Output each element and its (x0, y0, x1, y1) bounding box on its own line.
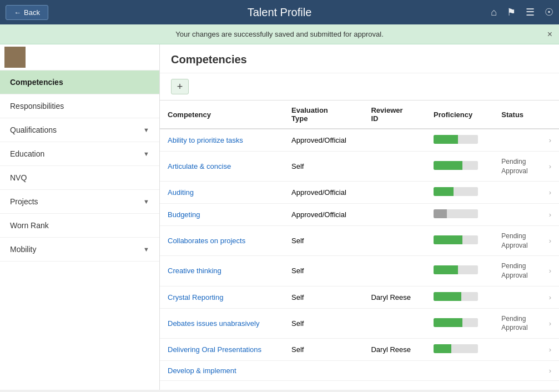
competency-name[interactable]: Ability to prioritize tasks (160, 129, 284, 152)
reviewer-id (363, 360, 426, 380)
status-cell: Pending Approval (493, 308, 541, 338)
status-cell (493, 338, 541, 360)
sidebar-item-education[interactable]: Education ▼ (0, 142, 159, 166)
competency-name[interactable]: Develop & implement (160, 360, 284, 380)
proficiency-bar (426, 308, 493, 338)
user-circle-icon[interactable]: ☉ (545, 6, 553, 18)
competency-name[interactable]: Collaborates on projects (160, 226, 284, 256)
flag-icon[interactable]: ⚑ (507, 6, 516, 18)
proficiency-bar (426, 204, 493, 226)
notification-close-button[interactable]: × (547, 29, 552, 39)
row-arrow[interactable]: › (541, 360, 559, 380)
sidebar-item-label: NVQ (10, 173, 27, 182)
table-row: Collaborates on projectsSelfPending Appr… (160, 226, 559, 256)
add-competency-button[interactable]: + (171, 79, 189, 94)
eval-type: Self (284, 338, 363, 360)
notification-bar: Your changes are successfully saved and … (0, 24, 559, 44)
reviewer-id (363, 182, 426, 204)
col-header-competency: Competency (160, 100, 284, 129)
page-title: Talent Profile (248, 6, 312, 19)
reviewer-id: Daryl Reese (363, 338, 426, 360)
sidebar-item-mobility[interactable]: Mobility ▼ (0, 238, 159, 262)
status-cell (493, 204, 541, 226)
proficiency-bar (426, 182, 493, 204)
reviewer-id (363, 204, 426, 226)
notification-message: Your changes are successfully saved and … (175, 30, 384, 38)
chevron-down-icon: ▼ (143, 150, 149, 157)
status-cell: Pending Approval (493, 226, 541, 256)
row-arrow[interactable]: › (541, 256, 559, 286)
sidebar-item-nvq[interactable]: NVQ (0, 166, 159, 190)
competency-name[interactable]: Auditing (160, 182, 284, 204)
eval-type: Approved/Official (284, 204, 363, 226)
competency-name[interactable]: Debates issues unabrasively (160, 308, 284, 338)
eval-type: Self (284, 286, 363, 308)
app-header: ← Back Talent Profile ⌂ ⚑ ☰ ☉ (0, 0, 559, 24)
proficiency-bar (426, 286, 493, 308)
proficiency-bar (426, 256, 493, 286)
home-icon[interactable]: ⌂ (491, 7, 497, 18)
table-row: BudgetingApproved/Official› (160, 204, 559, 226)
col-header-proficiency: Proficiency (426, 100, 493, 129)
main-container: Competencies Responsibilities Qualificat… (0, 44, 559, 390)
sidebar-item-competencies[interactable]: Competencies (0, 71, 159, 94)
row-arrow[interactable]: › (541, 308, 559, 338)
row-arrow[interactable]: › (541, 286, 559, 308)
add-bar: + (160, 73, 559, 100)
status-cell (493, 129, 541, 152)
menu-icon[interactable]: ☰ (526, 6, 535, 18)
status-cell: Pending Approval (493, 152, 541, 182)
chevron-down-icon: ▼ (143, 127, 149, 133)
col-header-reviewer-id: ReviewerID (363, 100, 426, 129)
row-arrow[interactable]: › (541, 226, 559, 256)
competency-name[interactable]: Crystal Reporting (160, 286, 284, 308)
status-cell (493, 286, 541, 308)
competency-name[interactable]: Articulate & concise (160, 152, 284, 182)
row-arrow[interactable]: › (541, 338, 559, 360)
row-arrow[interactable]: › (541, 204, 559, 226)
sidebar-item-label: Projects (10, 197, 38, 206)
sidebar-item-label: Responsibilities (10, 102, 64, 110)
status-cell: Pending Approval (493, 256, 541, 286)
back-label: Back (24, 8, 40, 17)
back-button[interactable]: ← Back (6, 5, 48, 20)
eval-type: Approved/Official (284, 182, 363, 204)
competency-name[interactable]: Budgeting (160, 204, 284, 226)
sidebar-item-qualifications[interactable]: Qualifications ▼ (0, 118, 159, 142)
content-area: Competencies + Competency EvaluationType… (160, 44, 559, 390)
competency-name[interactable]: Delivering Oral Presentations (160, 338, 284, 360)
proficiency-bar (426, 152, 493, 182)
row-arrow[interactable]: › (541, 182, 559, 204)
chevron-down-icon: ▼ (143, 198, 149, 205)
sidebar-item-label: Worn Rank (10, 221, 49, 230)
proficiency-bar (426, 360, 493, 380)
chevron-down-icon: ▼ (143, 246, 149, 253)
competencies-table: Competency EvaluationType ReviewerID Pro… (160, 100, 559, 381)
header-icon-group: ⌂ ⚑ ☰ ☉ (491, 6, 553, 18)
reviewer-id (363, 308, 426, 338)
eval-type (284, 360, 363, 380)
col-header-action (541, 100, 559, 129)
proficiency-bar (426, 226, 493, 256)
sidebar-item-label: Qualifications (10, 125, 57, 134)
status-cell (493, 360, 541, 380)
sidebar-item-responsibilities[interactable]: Responsibilities (0, 94, 159, 118)
eval-type: Approved/Official (284, 129, 363, 152)
status-cell (493, 182, 541, 204)
sidebar-item-worn-rank[interactable]: Worn Rank (0, 214, 159, 238)
col-header-status: Status (493, 100, 541, 129)
competency-name[interactable]: Creative thinking (160, 256, 284, 286)
row-arrow[interactable]: › (541, 129, 559, 152)
sidebar-item-label: Competencies (10, 78, 63, 87)
sidebar: Competencies Responsibilities Qualificat… (0, 44, 160, 390)
content-title: Competencies (160, 44, 559, 73)
sidebar-item-projects[interactable]: Projects ▼ (0, 190, 159, 214)
eval-type: Self (284, 308, 363, 338)
eval-type: Self (284, 226, 363, 256)
row-arrow[interactable]: › (541, 152, 559, 182)
eval-type: Self (284, 152, 363, 182)
col-header-eval-type: EvaluationType (284, 100, 363, 129)
avatar-area (0, 44, 159, 71)
table-row: Develop & implement› (160, 360, 559, 380)
table-row: AuditingApproved/Official› (160, 182, 559, 204)
